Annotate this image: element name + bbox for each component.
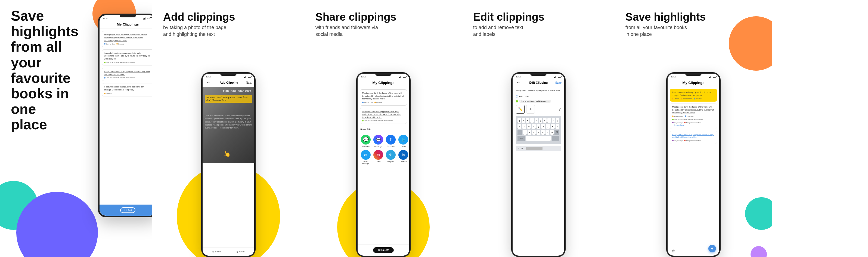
share-twitter[interactable]: 🐦 Twitter <box>398 135 408 147</box>
key-x[interactable]: x <box>528 130 531 135</box>
share-direct-message[interactable]: ✉ DirectMessage <box>361 150 371 164</box>
select-button[interactable]: ⊞ Select <box>212 251 221 253</box>
keyboard-row-2: a s d f g h j k l <box>518 124 559 129</box>
add-book-image: THE BIG SECRET Emerson said: 'Every man … <box>203 87 254 163</box>
share-messenger[interactable]: 💬 Messenger <box>373 135 383 147</box>
label-remove-icon[interactable]: × <box>549 100 550 102</box>
save-tag-psychology: Psychology <box>672 122 683 124</box>
more-tags-link[interactable]: 3 more tags <box>674 124 712 126</box>
key-return[interactable]: ↵ <box>552 136 559 141</box>
trash-icon[interactable]: 🗑 <box>672 249 675 253</box>
key-p[interactable]: p <box>556 118 559 123</box>
key-q[interactable]: q <box>518 118 521 123</box>
input-cursor-area[interactable] <box>526 147 542 150</box>
key-m[interactable]: m <box>550 130 554 135</box>
save-phone-notch <box>685 74 702 76</box>
edit-save-btn[interactable]: Save <box>555 81 561 84</box>
key-l[interactable]: l <box>556 124 559 129</box>
add-nav-action[interactable]: Next <box>246 81 251 84</box>
save-white-tags-1: Work related Business How to win friends… <box>672 116 715 124</box>
key-g[interactable]: g <box>536 124 540 129</box>
plus-icon-btn[interactable]: + <box>526 105 535 114</box>
save-tag-business: Business <box>694 98 702 99</box>
key-a[interactable]: a <box>518 124 521 129</box>
save-tag-work2: Work related <box>672 116 683 117</box>
highlighted-text: Emerson said: 'Every man I meet is in th… <box>205 95 252 103</box>
clear-button[interactable]: 🗑 Clear <box>236 251 245 253</box>
pencil-icon-btn[interactable]: ✏️ <box>516 105 525 114</box>
key-shift[interactable]: ⇧ <box>518 130 522 135</box>
key-123[interactable]: 123 <box>518 136 525 141</box>
wifi-icon: ▲ <box>147 17 149 20</box>
key-t[interactable]: t <box>535 118 538 123</box>
clipping-tags-1: Zero to One Rework <box>104 43 152 45</box>
key-b[interactable]: b <box>541 130 545 135</box>
share-icons-grid: 💬 WhatsApp 💬 Messenger f Facebook 🐦 Twit… <box>358 132 409 167</box>
save-white-card-1: Most people think the future of the worl… <box>670 103 717 129</box>
edit-signal-icon <box>554 75 557 78</box>
key-r[interactable]: r <box>530 118 534 123</box>
key-u[interactable]: u <box>543 118 547 123</box>
clear-label: Clear <box>239 251 245 253</box>
save-yellow-text: If circumstances change, your decisions … <box>672 91 715 97</box>
key-i[interactable]: i <box>548 118 551 123</box>
key-k[interactable]: k <box>551 124 555 129</box>
share-facebook[interactable]: f Facebook <box>386 135 396 147</box>
clipping-card-4: If circumstances change, your decisions … <box>102 83 152 96</box>
key-w[interactable]: w <box>522 118 525 123</box>
number-input-row: 7123 <box>516 146 561 151</box>
add-icon: + <box>124 209 125 211</box>
share-direct[interactable]: ✉ Direct <box>373 150 383 164</box>
key-space[interactable] <box>526 136 551 141</box>
key-z[interactable]: z <box>523 130 527 135</box>
section-hero: Save highlights from all your favourite … <box>0 0 152 257</box>
chevron-down-icon[interactable]: ∨ <box>558 107 561 111</box>
edit-back-btn[interactable]: ← <box>515 79 522 86</box>
share-tag-1a: Zero to One <box>362 102 373 103</box>
edit-phone-nav: ← Edit Clipping Save <box>513 78 564 87</box>
status-time: 12:30 <box>103 17 108 20</box>
share-telegram[interactable]: ✈ Telegram <box>386 150 396 164</box>
key-h[interactable]: h <box>541 124 545 129</box>
key-f[interactable]: f <box>532 124 535 129</box>
save-status-icons <box>709 75 716 78</box>
save-tag-psychology2: Psychology <box>672 140 683 141</box>
tag-rework: Rework <box>116 43 124 45</box>
edit-icon-row: ✏️ + ∨ <box>516 105 561 114</box>
key-c[interactable]: c <box>532 130 536 135</box>
fab-button[interactable]: + <box>708 245 716 252</box>
hero-phone: 12:30 ▲ My Clippings Most people think t… <box>98 13 152 217</box>
add-back-btn[interactable]: ← <box>205 79 212 86</box>
clipping-tags-3: How to win friends and influence people <box>104 77 152 78</box>
key-e[interactable]: e <box>526 118 529 123</box>
key-v[interactable]: v <box>536 130 540 135</box>
clipping-text-1: Most people think the future of the worl… <box>104 33 152 42</box>
key-y[interactable]: y <box>539 118 542 123</box>
share-status-time: 12:30 <box>361 75 366 78</box>
keyboard-row-1: q w e r t y u i o p <box>518 118 559 123</box>
share-signal-icon <box>399 75 402 78</box>
share-tag-2a: How to win friends and influence people <box>362 120 393 122</box>
add-phone-notch <box>220 74 237 76</box>
select-count-button[interactable]: 10 Select <box>373 247 394 253</box>
tag-win-friends: How to win friends and influence people <box>104 61 135 63</box>
add-button[interactable]: + + Add <box>120 207 135 213</box>
save-yellow-tags: Rework Work related Business <box>672 98 715 99</box>
add-label-section: Add Label <box>516 95 561 98</box>
key-n[interactable]: n <box>546 130 549 135</box>
key-backspace[interactable]: ⌫ <box>555 130 559 135</box>
add-title: Add clippings <box>163 11 294 23</box>
save-tag-remember: Things to remember <box>684 122 701 124</box>
clipping-card-3: Every man I meet is my superior in some … <box>102 68 152 81</box>
key-j[interactable]: j <box>546 124 550 129</box>
share-whatsapp[interactable]: 💬 WhatsApp <box>361 135 371 147</box>
key-o[interactable]: o <box>552 118 555 123</box>
key-s[interactable]: s <box>522 124 526 129</box>
edit-phone-wrap: 12:30 ← Edit Clipping Save Every man I m… <box>511 72 566 257</box>
share-battery-icon <box>403 76 406 78</box>
add-battery-icon <box>248 76 251 78</box>
share-linkedin[interactable]: in LinkedIn <box>398 150 408 164</box>
share-phone-notch <box>375 74 392 76</box>
direct-message-icon: ✉ <box>361 150 371 160</box>
key-d[interactable]: d <box>527 124 531 129</box>
